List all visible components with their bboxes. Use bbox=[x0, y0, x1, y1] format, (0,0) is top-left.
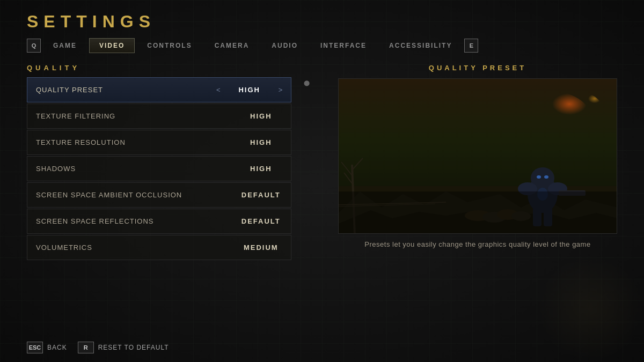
tab-audio[interactable]: AUDIO bbox=[261, 38, 308, 53]
preview-description: Presets let you easily change the graphi… bbox=[338, 240, 617, 248]
page-title: SETTINGS bbox=[27, 12, 617, 32]
nav-bar: Q GAME VIDEO CONTROLS CAMERA AUDIO INTER… bbox=[0, 32, 644, 53]
setting-value-container: < HIGH > bbox=[216, 86, 282, 94]
setting-value-ssao: DEFAULT bbox=[239, 191, 282, 199]
setting-value-texture-filtering: HIGH bbox=[239, 112, 282, 120]
back-button[interactable]: ESC Back bbox=[27, 342, 67, 353]
setting-name-texture-resolution: Texture Resolution bbox=[36, 138, 126, 146]
tab-game[interactable]: GAME bbox=[43, 38, 87, 53]
reset-label: Reset to Default bbox=[98, 344, 169, 351]
setting-row-quality-preset[interactable]: Quality Preset < HIGH > bbox=[27, 77, 291, 102]
setting-row-ssr[interactable]: Screen Space Reflections DEFAULT bbox=[27, 209, 291, 234]
setting-row-texture-filtering[interactable]: Texture Filtering HIGH bbox=[27, 104, 291, 129]
setting-name-texture-filtering: Texture Filtering bbox=[36, 112, 115, 120]
settings-list: Quality Preset < HIGH > Texture Filterin… bbox=[27, 77, 291, 260]
setting-row-texture-resolution[interactable]: Texture Resolution HIGH bbox=[27, 130, 291, 155]
tab-interface[interactable]: INTERFACE bbox=[310, 38, 377, 53]
setting-row-ssao[interactable]: Screen Space Ambient Occlusion DEFAULT bbox=[27, 182, 291, 208]
nav-right-key[interactable]: E bbox=[464, 39, 478, 53]
setting-name-quality-preset: Quality Preset bbox=[36, 86, 103, 94]
preview-section-title: QUALITY PRESET bbox=[338, 64, 617, 72]
setting-name-ssao: Screen Space Ambient Occlusion bbox=[36, 191, 182, 199]
setting-name-volumetrics: Volumetrics bbox=[36, 243, 92, 252]
setting-name-ssr: Screen Space Reflections bbox=[36, 217, 154, 225]
setting-name-shadows: Shadows bbox=[36, 165, 76, 173]
nav-left-key[interactable]: Q bbox=[27, 39, 41, 53]
tab-controls[interactable]: CONTROLS bbox=[137, 38, 202, 53]
quality-section-title: QUALITY bbox=[27, 64, 291, 72]
back-key: ESC bbox=[27, 342, 43, 353]
setting-row-shadows[interactable]: Shadows HIGH bbox=[27, 156, 291, 181]
tab-accessibility[interactable]: ACCESSIBILITY bbox=[379, 38, 462, 53]
preview-image bbox=[338, 78, 617, 234]
setting-value-quality-preset: HIGH bbox=[228, 86, 271, 94]
reset-button[interactable]: R Reset to Default bbox=[78, 342, 169, 353]
setting-row-volumetrics[interactable]: Volumetrics MEDIUM bbox=[27, 235, 291, 260]
back-label: Back bbox=[47, 344, 67, 351]
tab-video[interactable]: VIDEO bbox=[89, 38, 135, 53]
reset-key: R bbox=[78, 342, 94, 353]
setting-value-shadows: HIGH bbox=[239, 165, 282, 173]
arrow-left-quality-preset[interactable]: < bbox=[216, 86, 221, 94]
scroll-indicator: ⬤ bbox=[304, 80, 310, 86]
svg-rect-27 bbox=[339, 191, 617, 234]
tab-camera[interactable]: CAMERA bbox=[204, 38, 260, 53]
setting-value-ssr: DEFAULT bbox=[239, 217, 282, 225]
left-panel: QUALITY Quality Preset < HIGH > Texture … bbox=[27, 64, 291, 333]
setting-value-texture-resolution: HIGH bbox=[239, 138, 282, 146]
setting-value-volumetrics: MEDIUM bbox=[239, 243, 282, 252]
corner-decoration bbox=[537, 255, 644, 362]
arrow-right-quality-preset[interactable]: > bbox=[279, 86, 283, 94]
